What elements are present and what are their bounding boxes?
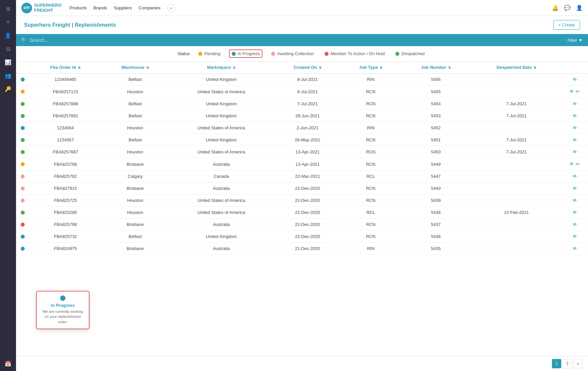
sidebar-item-key[interactable]: 🔑 <box>2 83 14 95</box>
col-job-type[interactable]: Job Type ⇅ <box>341 61 400 74</box>
sidebar-item-list[interactable]: ≡ <box>2 16 14 28</box>
in-progress-dot <box>232 52 236 56</box>
status-dot-cell <box>16 207 29 219</box>
col-job-number[interactable]: Job Number ⇅ <box>400 61 471 74</box>
view-icon[interactable]: 👁 <box>572 77 577 82</box>
status-on-hold[interactable]: Member To Action / On Hold <box>323 50 387 57</box>
actions-cell: 👁 <box>561 98 588 110</box>
status-dot-cell <box>16 243 29 255</box>
cell-job-type: RCN <box>341 98 400 110</box>
view-icon[interactable]: 👁 <box>572 198 577 203</box>
cell-created-on: 13-Apr-2021 <box>274 158 341 170</box>
col-despatched-date[interactable]: Despatched Date ⇅ <box>471 61 561 74</box>
cell-job-number: 5450 <box>400 146 471 158</box>
sidebar-item-calendar[interactable]: 📅 <box>2 358 14 370</box>
view-icon[interactable]: 👁 <box>572 210 577 215</box>
status-pending[interactable]: Pending <box>196 50 222 57</box>
sidebar-item-dashboard[interactable]: ⊞ <box>2 3 14 15</box>
nav-add-button[interactable]: + <box>167 4 175 12</box>
cell-marketplace: Australia <box>169 158 274 170</box>
col-fba-order-id[interactable]: Fba Order Id ⇅ <box>29 61 102 74</box>
nav-brands[interactable]: Brands <box>93 4 107 12</box>
cell-despatched-date: 7-Jul-2021 <box>471 110 561 122</box>
status-dot-cell <box>16 158 29 170</box>
cell-despatched-date <box>471 231 561 243</box>
search-input[interactable] <box>30 37 130 43</box>
logo-icon: SHF <box>21 3 32 13</box>
cell-job-number: 5456 <box>400 74 471 86</box>
status-dot-cell <box>16 74 29 86</box>
status-dot-cell <box>16 231 29 243</box>
edit-icon[interactable]: ✏ <box>576 161 580 167</box>
nav-products[interactable]: Products <box>69 4 86 12</box>
actions-cell: 👁 <box>561 219 588 231</box>
edit-icon[interactable]: ✏ <box>576 89 580 94</box>
messages-icon[interactable]: 💬 <box>564 5 571 11</box>
actions-cell: 👁 <box>561 182 588 195</box>
cell-warehouse: Belfast <box>102 231 169 243</box>
view-icon[interactable]: 👁 <box>572 185 577 191</box>
view-icon[interactable]: 👁 <box>572 173 577 179</box>
actions-cell: 👁✏ <box>561 158 588 170</box>
col-marketplace[interactable]: Marketpace ⇅ <box>169 61 274 74</box>
table-row: FBA8257888BelfastUnited Kingdom7-Jul-202… <box>16 98 588 110</box>
cell-marketplace: Canada <box>169 170 274 182</box>
sidebar-item-users[interactable]: 👤 <box>2 29 14 41</box>
filter-button[interactable]: Filter ▼ <box>568 38 583 43</box>
nav-items: Products Brands Suppliers Companies + <box>69 4 552 12</box>
awaiting-label: Awaiting Collection <box>277 51 314 56</box>
col-warehouse[interactable]: Warehouse ⇅ <box>102 61 169 74</box>
cell-job-type: RCN <box>341 219 400 231</box>
cell-job-number: 5438 <box>400 207 471 219</box>
in-progress-label: In Progress <box>238 51 260 56</box>
cell-marketplace: United States of America <box>169 86 274 98</box>
bell-icon[interactable]: 🔔 <box>552 5 559 11</box>
cell-despatched-date <box>471 219 561 231</box>
page-next-button[interactable]: » <box>573 359 583 368</box>
nav-companies[interactable]: Companies <box>139 4 161 12</box>
sidebar-item-people[interactable]: 👥 <box>2 70 14 82</box>
view-icon[interactable]: 👁 <box>572 222 577 227</box>
create-button[interactable]: + Create <box>553 20 580 30</box>
status-despatched[interactable]: Despatched <box>393 50 426 57</box>
cell-marketplace: United States of America <box>169 146 274 158</box>
despatched-dot <box>395 52 399 56</box>
view-icon[interactable]: 👁 <box>572 125 577 131</box>
cell-fba-order-id: 1234564 <box>29 122 102 134</box>
cell-fba-order-id: 1234567 <box>29 134 102 146</box>
cell-despatched-date <box>471 158 561 170</box>
cell-fba-order-id: FBA825762 <box>29 170 102 182</box>
view-icon[interactable]: 👁 <box>572 101 577 107</box>
nav-right: 🔔 💬 👤 <box>552 5 583 11</box>
status-dot-cell <box>16 195 29 207</box>
view-icon[interactable]: 👁 <box>572 246 577 251</box>
status-awaiting[interactable]: Awaiting Collection <box>269 50 316 57</box>
status-in-progress[interactable]: In Progress <box>229 49 262 58</box>
view-icon[interactable]: 👁 <box>572 113 577 119</box>
cell-job-type: RCN <box>341 86 400 98</box>
page-2-button[interactable]: 2 <box>563 359 572 368</box>
cell-job-type: RCN <box>341 158 400 170</box>
cell-marketplace: United States of America <box>169 195 274 207</box>
sidebar-item-layers[interactable]: ⊟ <box>2 43 14 55</box>
view-icon[interactable]: 👁 <box>572 234 577 239</box>
view-icon[interactable]: 👁 <box>569 161 574 167</box>
col-created-on[interactable]: Created On ⇅ <box>274 61 341 74</box>
profile-icon[interactable]: 👤 <box>576 5 583 11</box>
nav-suppliers[interactable]: Suppliers <box>114 4 132 12</box>
status-dot-cell <box>16 122 29 134</box>
view-icon[interactable]: 👁 <box>569 89 574 94</box>
actions-cell: 👁 <box>561 231 588 243</box>
cell-warehouse: Brisbane <box>102 243 169 255</box>
page-1-button[interactable]: 1 <box>552 359 561 368</box>
cell-job-number: 5440 <box>400 182 471 195</box>
cell-job-type: RCN <box>341 182 400 195</box>
view-icon[interactable]: 👁 <box>572 137 577 143</box>
cell-fba-order-id: FBA825725 <box>29 195 102 207</box>
view-icon[interactable]: 👁 <box>572 149 577 155</box>
status-dot-cell <box>16 182 29 195</box>
cell-job-type: RIN <box>341 122 400 134</box>
sidebar-item-chart[interactable]: 📊 <box>2 56 14 68</box>
cell-fba-order-id: FBA827915 <box>29 182 102 195</box>
pagination: 1 2 » <box>16 356 588 371</box>
